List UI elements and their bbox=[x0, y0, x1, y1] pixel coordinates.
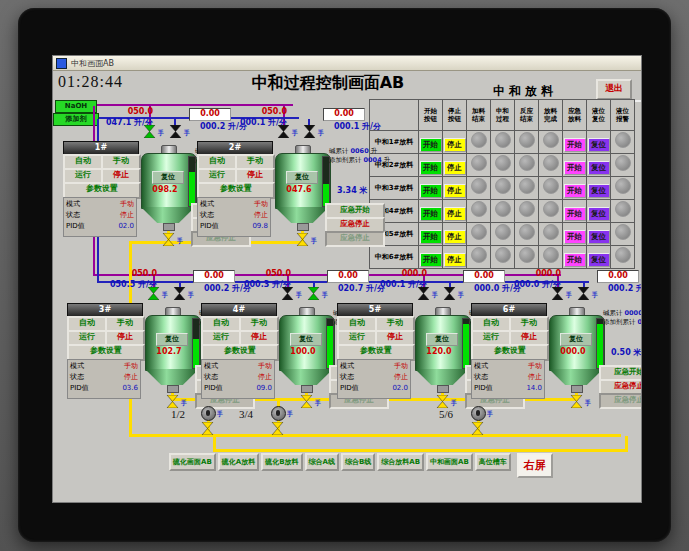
pipe-segment bbox=[97, 104, 293, 106]
emergency-cell-button[interactable]: 开始 bbox=[564, 207, 586, 221]
tank-reset-button[interactable]: 复位 bbox=[286, 171, 318, 184]
emergency-cell-button[interactable]: 开始 bbox=[564, 138, 586, 152]
discharge-pump-icon[interactable] bbox=[201, 406, 216, 421]
alkali-valve-icon[interactable] bbox=[417, 285, 430, 298]
start-cell-button[interactable]: 开始 bbox=[420, 253, 442, 267]
status-lamp bbox=[471, 224, 487, 240]
table-cell: 开始 bbox=[563, 177, 587, 200]
emergency-cell-button[interactable]: 开始 bbox=[564, 161, 586, 175]
additive-flow-setpoint-box[interactable]: 0.00 bbox=[323, 108, 365, 121]
table-cell bbox=[515, 177, 539, 200]
emergency-cell-button[interactable]: 开始 bbox=[564, 230, 586, 244]
tank-cone bbox=[279, 369, 333, 385]
unit-number-label: 1# bbox=[63, 141, 139, 155]
table-cell: 开始 bbox=[563, 223, 587, 246]
nav-button[interactable]: 综合放料AB bbox=[377, 453, 424, 471]
stop-cell-button[interactable]: 停止 bbox=[444, 161, 466, 175]
mode-value: 手动 bbox=[254, 199, 268, 210]
mode-value: 手动 bbox=[124, 361, 138, 372]
alkali-valve-icon[interactable] bbox=[277, 123, 290, 136]
valve-tag: 手 bbox=[315, 399, 321, 408]
discharge-valve-icon[interactable] bbox=[570, 393, 583, 406]
additive-flow-setpoint-box[interactable]: 0.00 bbox=[597, 270, 639, 283]
table-cell bbox=[611, 177, 635, 200]
stop-cell-button[interactable]: 停止 bbox=[444, 138, 466, 152]
stop-cell-button[interactable]: 停止 bbox=[444, 207, 466, 221]
pid-value: 03.6 bbox=[122, 383, 138, 394]
pump-valve-icon[interactable] bbox=[471, 420, 484, 433]
tank-value: 000.0 bbox=[551, 347, 595, 356]
table-column-header: 液位报警 bbox=[611, 100, 635, 131]
table-cell bbox=[611, 154, 635, 177]
state-value: 停止 bbox=[120, 210, 134, 221]
nav-button[interactable]: 综合A线 bbox=[305, 453, 339, 471]
stop-cell-button[interactable]: 停止 bbox=[444, 253, 466, 267]
reset-cell-button[interactable]: 复位 bbox=[588, 138, 610, 152]
tank-reset-button[interactable]: 复位 bbox=[560, 333, 592, 346]
discharge-valve-icon[interactable] bbox=[300, 393, 313, 406]
reset-cell-button[interactable]: 复位 bbox=[588, 207, 610, 221]
discharge-pump-icon[interactable] bbox=[471, 406, 486, 421]
table-cell: 开始 bbox=[419, 223, 443, 246]
window-title: 中和画面AB bbox=[71, 58, 114, 69]
reset-cell-button[interactable]: 复位 bbox=[588, 161, 610, 175]
tank-level-fill bbox=[193, 339, 199, 368]
pump-valve-icon[interactable] bbox=[201, 420, 214, 433]
status-lamp bbox=[543, 132, 559, 148]
start-cell-button[interactable]: 开始 bbox=[420, 138, 442, 152]
start-cell-button[interactable]: 开始 bbox=[420, 230, 442, 244]
valve-tag: 手 bbox=[296, 291, 302, 300]
pump-group-label: 3/4 bbox=[239, 408, 253, 420]
table-row: 中和3#放料开始停止开始复位 bbox=[370, 177, 635, 200]
start-cell-button[interactable]: 开始 bbox=[420, 161, 442, 175]
stop-cell-button[interactable]: 停止 bbox=[444, 184, 466, 198]
emergency-stop-disabled-button: 应急停止 bbox=[325, 231, 385, 247]
alkali-flow-actual: 000.3 升/分 bbox=[207, 279, 291, 290]
discharge-valve-icon[interactable] bbox=[162, 231, 175, 244]
reset-cell-button[interactable]: 复位 bbox=[588, 184, 610, 198]
table-cell: 停止 bbox=[443, 131, 467, 154]
status-lamp bbox=[615, 224, 631, 240]
discharge-pump-icon[interactable] bbox=[271, 406, 286, 421]
nav-button[interactable]: 高位槽车 bbox=[475, 453, 511, 471]
status-lamp bbox=[615, 155, 631, 171]
reset-cell-button[interactable]: 复位 bbox=[588, 253, 610, 267]
tank-reset-button[interactable]: 复位 bbox=[152, 171, 184, 184]
pid-value: 02.0 bbox=[392, 383, 408, 394]
tank-reset-button[interactable]: 复位 bbox=[290, 333, 322, 346]
status-lamp bbox=[519, 155, 535, 171]
table-row: 中和5#放料开始停止开始复位 bbox=[370, 223, 635, 246]
emergency-cell-button[interactable]: 开始 bbox=[564, 184, 586, 198]
emergency-cell-button[interactable]: 开始 bbox=[564, 253, 586, 267]
tank-outlet bbox=[437, 385, 449, 393]
alkali-valve-icon[interactable] bbox=[551, 285, 564, 298]
start-cell-button[interactable]: 开始 bbox=[420, 184, 442, 198]
alkali-valve-icon[interactable] bbox=[143, 123, 156, 136]
pump-valve-icon[interactable] bbox=[271, 420, 284, 433]
alkali-valve-icon[interactable] bbox=[147, 285, 160, 298]
tank-reset-button[interactable]: 复位 bbox=[156, 333, 188, 346]
exit-button[interactable]: 退出 bbox=[596, 79, 632, 100]
reset-cell-button[interactable]: 复位 bbox=[588, 230, 610, 244]
nav-button[interactable]: 中和画面AB bbox=[426, 453, 473, 471]
start-cell-button[interactable]: 开始 bbox=[420, 207, 442, 221]
reactor-tank: 复位 000.0 bbox=[549, 307, 605, 399]
nav-button[interactable]: 硫化画面AB bbox=[169, 453, 216, 471]
discharge-valve-icon[interactable] bbox=[166, 393, 179, 406]
nav-button[interactable]: 综合B线 bbox=[341, 453, 375, 471]
nav-button[interactable]: 硫化A放料 bbox=[218, 453, 259, 471]
tank-reset-button[interactable]: 复位 bbox=[426, 333, 458, 346]
reactor-unit-6: 000.0 000.0 升/分 手 手 0.00 000.2 升/分 6# 自动… bbox=[471, 269, 642, 419]
status-lamp bbox=[615, 247, 631, 263]
discharge-valve-icon[interactable] bbox=[436, 393, 449, 406]
table-row: 中和6#放料开始停止开始复位 bbox=[370, 246, 635, 269]
right-screen-button[interactable]: 右屏 bbox=[517, 453, 553, 478]
tank-level-fill bbox=[597, 324, 603, 368]
alkali-valve-icon[interactable] bbox=[281, 285, 294, 298]
discharge-valve-icon[interactable] bbox=[296, 231, 309, 244]
stop-cell-button[interactable]: 停止 bbox=[444, 230, 466, 244]
nav-button[interactable]: 硫化B放料 bbox=[261, 453, 302, 471]
table-cell bbox=[515, 223, 539, 246]
valve-tag: 手 bbox=[287, 410, 293, 419]
pump-group-label: 5/6 bbox=[439, 408, 453, 420]
